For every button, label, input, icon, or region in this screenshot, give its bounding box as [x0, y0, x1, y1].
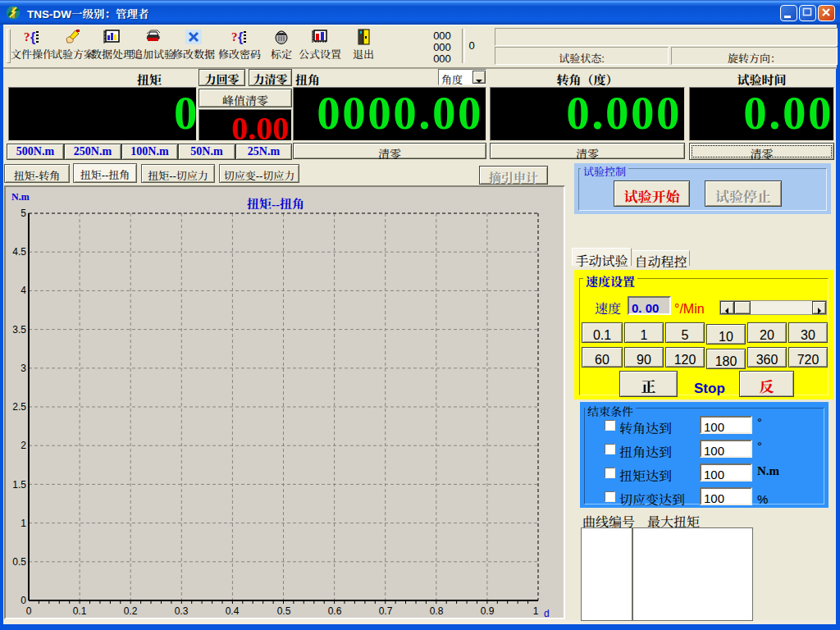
svg-text:0.7: 0.7 [379, 605, 393, 617]
svg-text:{: { [238, 30, 243, 44]
svg-text:4.5: 4.5 [12, 246, 26, 258]
svg-text:扭矩--扭角: 扭矩--扭角 [247, 194, 304, 212]
svg-text:0.1: 0.1 [73, 605, 87, 617]
svg-text:3.5: 3.5 [12, 324, 26, 336]
svg-text:2: 2 [21, 440, 26, 451]
svg-text:5: 5 [21, 208, 26, 219]
svg-text:?: ? [231, 30, 238, 43]
svg-text:3: 3 [21, 363, 26, 374]
svg-text:N.m: N.m [11, 191, 30, 203]
svg-text:0.2: 0.2 [124, 605, 138, 617]
svg-text:?: ? [24, 30, 30, 43]
svg-text:0.3: 0.3 [175, 605, 189, 617]
svg-text:1: 1 [533, 605, 539, 617]
svg-text:0.8: 0.8 [430, 605, 444, 617]
svg-text:0.9: 0.9 [481, 605, 495, 617]
svg-text:0.6: 0.6 [328, 605, 342, 617]
svg-text:0: 0 [21, 595, 26, 606]
svg-text:0.4: 0.4 [226, 605, 240, 617]
svg-text:{: { [30, 30, 35, 44]
svg-text:d: d [544, 608, 550, 618]
svg-text:1: 1 [21, 518, 26, 529]
svg-text:4: 4 [21, 285, 26, 296]
svg-text:2.5: 2.5 [12, 401, 26, 413]
svg-text:1.5: 1.5 [12, 479, 26, 491]
svg-text:0.5: 0.5 [12, 556, 26, 568]
svg-text:0: 0 [26, 605, 32, 617]
svg-text:0.5: 0.5 [277, 605, 291, 617]
